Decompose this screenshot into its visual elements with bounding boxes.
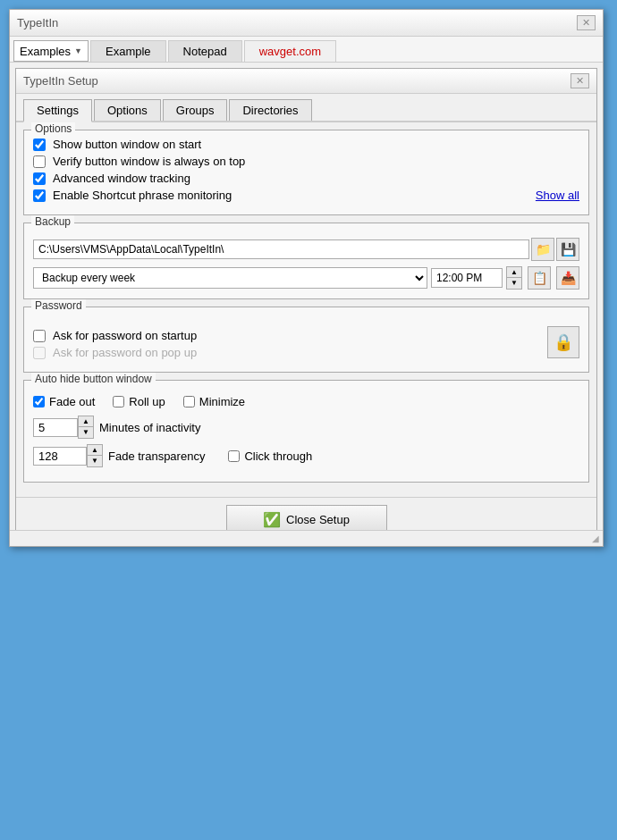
- close-setup-label: Close Setup: [286, 513, 350, 526]
- password-popup-label: Ask for password on pop up: [53, 346, 197, 359]
- fade-spinner-up[interactable]: ▲: [88, 445, 102, 456]
- setup-close-button[interactable]: ✕: [571, 73, 589, 88]
- minimize-label: Minimize: [199, 395, 245, 408]
- rollup-label: Roll up: [129, 395, 165, 408]
- password-section: Password Ask for password on startup Ask…: [23, 307, 589, 373]
- outer-window: TypeItIn ✕ Examples ▼ Example Notepad wa…: [9, 9, 604, 547]
- tab-example[interactable]: Example: [90, 40, 166, 62]
- fade-spinner-group: 128 ▲ ▼: [33, 444, 103, 467]
- schedule-select[interactable]: Backup every week Backup every day Backu…: [33, 267, 427, 289]
- settings-tabs: Settings Options Groups Directories: [16, 94, 596, 122]
- resize-grip-icon: ◢: [592, 533, 599, 543]
- password-startup-label: Ask for password on startup: [53, 329, 197, 342]
- copy-button[interactable]: 📋: [528, 266, 551, 290]
- minimize-option: Minimize: [183, 395, 245, 408]
- option-row-0: Show button window on start: [33, 138, 579, 151]
- app-title: TypeItIn: [17, 16, 58, 29]
- password-popup-row: Ask for password on pop up: [33, 346, 547, 359]
- inactivity-spinner-group: 5 ▲ ▼: [33, 416, 94, 439]
- backup-section: Backup 📁 💾 Backup every week Backup ever…: [23, 223, 589, 299]
- folder-icon: 📁: [536, 242, 551, 256]
- fade-row: 128 ▲ ▼ Fade transparency Click through: [33, 444, 579, 467]
- time-spinner: ▲ ▼: [506, 266, 522, 290]
- inactivity-input[interactable]: 5: [33, 418, 78, 437]
- time-spinner-down[interactable]: ▼: [507, 278, 521, 289]
- password-row: Ask for password on startup Ask for pass…: [33, 322, 579, 363]
- option-label-1: Verify button window is always on top: [53, 155, 245, 168]
- password-settings-button[interactable]: 🔒: [547, 326, 579, 358]
- option-checkbox-2[interactable]: [33, 172, 46, 185]
- clickthrough-option: Click through: [228, 449, 312, 463]
- inactivity-label: Minutes of inactivity: [99, 421, 200, 434]
- backup-path-row: 📁 💾: [33, 238, 579, 261]
- tab-wavget[interactable]: wavget.com: [244, 40, 336, 62]
- tab-groups[interactable]: Groups: [163, 99, 228, 121]
- options-section-label: Options: [31, 122, 75, 135]
- password-popup-checkbox[interactable]: [33, 347, 46, 359]
- inactivity-spinner-up[interactable]: ▲: [79, 416, 93, 427]
- options-section: Options Show button window on start Veri…: [23, 130, 589, 215]
- main-content: Options Show button window on start Veri…: [16, 122, 596, 497]
- restore-icon: 📥: [561, 271, 576, 285]
- option-row-3: Enable Shortcut phrase monitoring Show a…: [33, 189, 579, 202]
- option-checkbox-0[interactable]: [33, 139, 46, 151]
- option-row-2: Advanced window tracking: [33, 172, 579, 185]
- fadeout-checkbox[interactable]: [33, 396, 45, 407]
- restore-button[interactable]: 📥: [556, 266, 579, 290]
- autohide-options-row: Fade out Roll up Minimize: [33, 395, 579, 408]
- option-label-2: Advanced window tracking: [53, 172, 190, 185]
- option-label-3: Enable Shortcut phrase monitoring: [53, 189, 232, 202]
- show-all-link[interactable]: Show all: [536, 189, 579, 202]
- option-checkbox-1[interactable]: [33, 155, 46, 168]
- inactivity-row: 5 ▲ ▼ Minutes of inactivity: [33, 416, 579, 439]
- fade-spinner: ▲ ▼: [87, 444, 103, 467]
- inactivity-spinner-down[interactable]: ▼: [79, 427, 93, 438]
- app-close-button[interactable]: ✕: [577, 15, 596, 30]
- browse-folder-button[interactable]: 📁: [531, 238, 554, 261]
- time-input[interactable]: [431, 268, 503, 288]
- time-spinner-up[interactable]: ▲: [507, 267, 521, 278]
- status-bar: ◢: [10, 530, 603, 546]
- examples-label: Examples: [20, 45, 71, 58]
- fade-spinner-down[interactable]: ▼: [88, 456, 102, 466]
- password-startup-row: Ask for password on startup: [33, 329, 547, 342]
- backup-section-label: Backup: [31, 215, 74, 228]
- tab-directories[interactable]: Directories: [229, 99, 311, 121]
- password-section-label: Password: [31, 299, 86, 312]
- rollup-checkbox[interactable]: [113, 396, 124, 407]
- title-bar: TypeItIn ✕: [10, 10, 603, 37]
- fade-input[interactable]: 128: [33, 447, 87, 466]
- lock-icon: 🔒: [554, 332, 573, 352]
- option-checkbox-3[interactable]: [33, 189, 46, 202]
- tab-notepad[interactable]: Notepad: [168, 40, 242, 62]
- backup-schedule-row: Backup every week Backup every day Backu…: [33, 266, 579, 290]
- copy-icon: 📋: [532, 271, 547, 285]
- rollup-option: Roll up: [113, 395, 165, 408]
- backup-path-input[interactable]: [33, 239, 529, 259]
- autohide-section-label: Auto hide button window: [31, 373, 156, 385]
- tab-options[interactable]: Options: [94, 99, 161, 121]
- inactivity-spinner: ▲ ▼: [78, 416, 94, 439]
- fadeout-option: Fade out: [33, 395, 95, 408]
- dropdown-arrow-icon: ▼: [74, 46, 82, 55]
- password-startup-checkbox[interactable]: [33, 330, 46, 342]
- setup-title: TypeItIn Setup: [23, 74, 98, 88]
- clickthrough-label: Click through: [244, 449, 312, 463]
- clickthrough-checkbox[interactable]: [228, 450, 240, 462]
- save-backup-button[interactable]: 💾: [556, 238, 579, 261]
- setup-window: TypeItIn Setup ✕ Settings Options Groups…: [15, 68, 597, 542]
- save-icon: 💾: [561, 242, 576, 256]
- fadeout-label: Fade out: [49, 395, 95, 408]
- examples-dropdown[interactable]: Examples ▼: [13, 40, 89, 62]
- checkmark-icon: ✅: [263, 511, 281, 528]
- option-label-0: Show button window on start: [53, 138, 201, 151]
- minimize-checkbox[interactable]: [183, 396, 195, 407]
- option-row-1: Verify button window is always on top: [33, 155, 579, 168]
- toolbar: Examples ▼ Example Notepad wavget.com: [10, 37, 603, 63]
- setup-title-bar: TypeItIn Setup ✕: [16, 69, 596, 94]
- tab-settings[interactable]: Settings: [23, 99, 92, 122]
- fade-label: Fade transparency: [108, 449, 205, 463]
- autohide-section: Auto hide button window Fade out Roll up…: [23, 380, 589, 483]
